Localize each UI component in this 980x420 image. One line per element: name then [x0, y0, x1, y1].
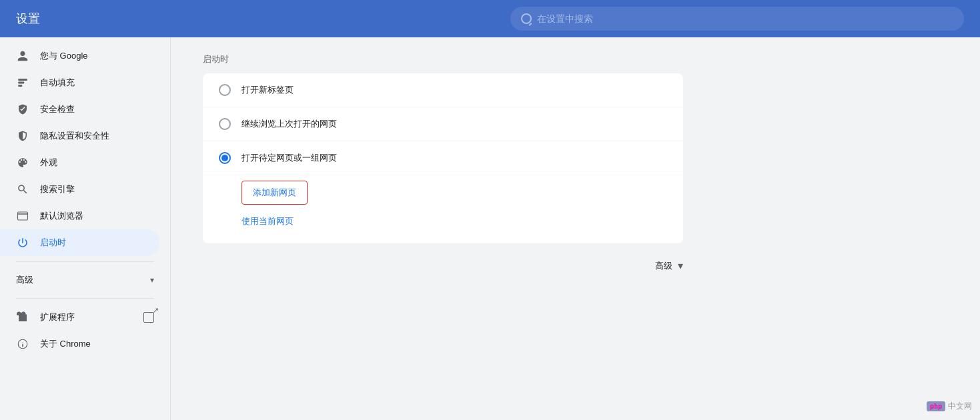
option-continue[interactable]: 继续浏览上次打开的网页 — [203, 107, 683, 141]
php-badge: php — [927, 401, 945, 411]
sidebar-label-google: 您与 Google — [40, 50, 88, 62]
svg-rect-4 — [18, 213, 28, 215]
extensions-icon — [16, 311, 29, 324]
sidebar-item-about[interactable]: 关于 Chrome — [0, 331, 159, 357]
option-new-tab-label: 打开新标签页 — [241, 84, 294, 96]
sidebar-label-default-browser: 默认浏览器 — [40, 210, 83, 222]
svg-rect-3 — [18, 212, 28, 220]
use-current-link[interactable]: 使用当前网页 — [241, 213, 667, 230]
person-icon — [16, 49, 29, 63]
external-link-icon: ↗ — [143, 312, 154, 323]
sidebar-item-privacy[interactable]: 隐私设置和安全性 — [0, 123, 159, 149]
shield-check-icon — [16, 103, 29, 116]
option-continue-label: 继续浏览上次打开的网页 — [241, 118, 337, 130]
advanced-label: 高级 — [16, 274, 33, 286]
sidebar-label-appearance: 外观 — [40, 157, 57, 169]
svg-rect-1 — [18, 82, 24, 84]
nav-divider-2 — [16, 298, 154, 299]
extensions-label: 扩展程序 — [40, 311, 75, 323]
sidebar-label-safety: 安全检查 — [40, 103, 75, 115]
sidebar-item-autofill[interactable]: 自动填充 — [0, 69, 159, 96]
sidebar-label-startup: 启动时 — [40, 237, 66, 249]
main-content: 启动时 打开新标签页 继续浏览上次打开的网页 打开待定网页或一组网页 添加新网页… — [171, 37, 980, 420]
page-title: 设置 — [16, 11, 40, 27]
advanced-section-label: 高级 — [655, 260, 672, 272]
autofill-icon — [16, 76, 29, 89]
sidebar-item-advanced[interactable]: 高级 ▾ — [0, 267, 170, 293]
sidebar-label-search: 搜索引擎 — [40, 183, 75, 195]
option-specific[interactable]: 打开待定网页或一组网页 — [203, 141, 683, 175]
svg-rect-0 — [18, 79, 27, 81]
svg-rect-2 — [18, 85, 22, 87]
sidebar-item-safety[interactable]: 安全检查 — [0, 96, 159, 123]
shield-half-icon — [16, 129, 29, 143]
sidebar-item-startup[interactable]: 启动时 — [0, 229, 159, 256]
site-name: 中文网 — [948, 401, 972, 412]
sidebar-label-privacy: 隐私设置和安全性 — [40, 130, 109, 142]
extra-options: 添加新网页 使用当前网页 — [203, 175, 683, 243]
palette-icon — [16, 156, 29, 169]
browser-icon — [16, 209, 29, 223]
sidebar-item-extensions[interactable]: 扩展程序 ↗ — [0, 304, 170, 331]
power-icon — [16, 236, 29, 249]
radio-specific[interactable] — [219, 152, 231, 164]
sidebar: 您与 Google 自动填充 安全检查 — [0, 37, 171, 420]
sidebar-label-autofill: 自动填充 — [40, 77, 75, 89]
section-title: 启动时 — [203, 53, 948, 65]
layout: 您与 Google 自动填充 安全检查 — [0, 37, 980, 420]
add-page-button[interactable]: 添加新网页 — [241, 181, 308, 205]
sidebar-item-appearance[interactable]: 外观 — [0, 149, 159, 176]
advanced-section: 高级 ▾ — [203, 259, 683, 272]
radio-new-tab[interactable] — [219, 84, 231, 96]
search-engine-icon — [16, 183, 29, 196]
header: 设置 — [0, 0, 980, 37]
sidebar-item-default-browser[interactable]: 默认浏览器 — [0, 203, 159, 229]
search-bar[interactable] — [510, 7, 964, 31]
sidebar-item-search[interactable]: 搜索引擎 — [0, 176, 159, 203]
startup-options-card: 打开新标签页 继续浏览上次打开的网页 打开待定网页或一组网页 添加新网页 使用当… — [203, 73, 683, 243]
search-input[interactable] — [537, 13, 953, 24]
advanced-chevron-icon[interactable]: ▾ — [678, 259, 683, 272]
radio-continue[interactable] — [219, 118, 231, 130]
nav-divider — [16, 261, 154, 262]
option-specific-label: 打开待定网页或一组网页 — [241, 152, 337, 164]
chevron-down-icon: ▾ — [150, 275, 154, 285]
watermark: php 中文网 — [927, 401, 972, 412]
search-icon — [521, 13, 532, 24]
about-icon — [16, 337, 29, 351]
sidebar-item-google[interactable]: 您与 Google — [0, 43, 159, 69]
option-new-tab[interactable]: 打开新标签页 — [203, 73, 683, 107]
about-label: 关于 Chrome — [40, 338, 91, 350]
